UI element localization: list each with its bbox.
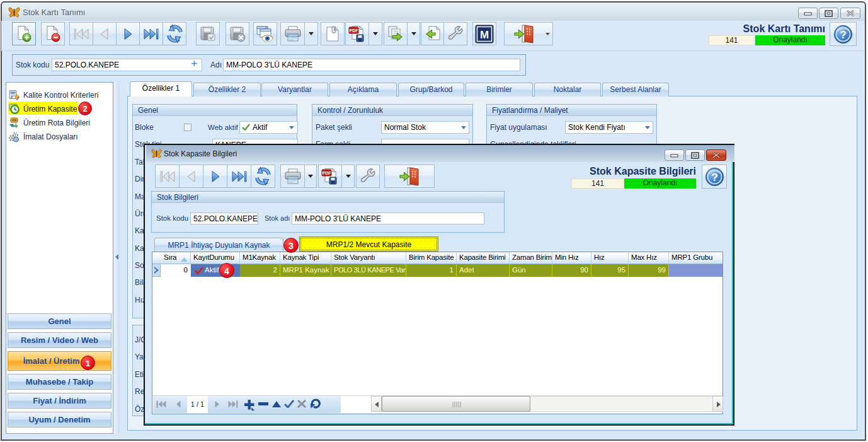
svg-text:PDF: PDF (350, 28, 359, 33)
svg-text:PDF: PDF (323, 171, 332, 175)
svg-text:S: S (15, 137, 18, 141)
svg-text:M: M (480, 28, 489, 40)
svg-text:?: ? (711, 170, 718, 183)
svg-text:?: ? (840, 28, 847, 40)
svg-text:<>: <> (12, 118, 17, 122)
